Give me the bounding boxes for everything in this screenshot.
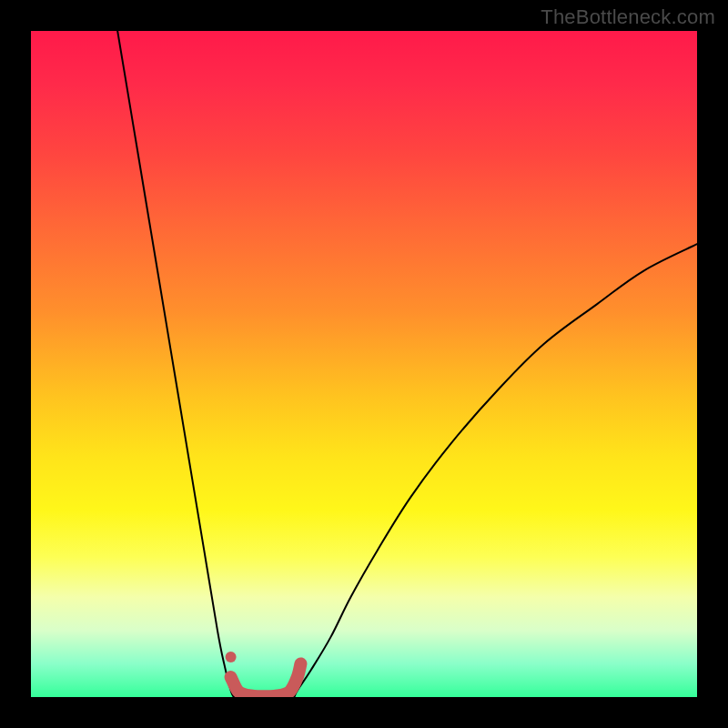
marker-dot — [226, 652, 237, 662]
bottleneck-curve — [117, 31, 697, 697]
trough-marker-band — [231, 663, 301, 696]
chart-frame: TheBottleneck.com — [0, 0, 728, 728]
watermark-text: TheBottleneck.com — [541, 5, 715, 29]
chart-svg — [31, 31, 697, 697]
plot-area — [31, 31, 697, 697]
